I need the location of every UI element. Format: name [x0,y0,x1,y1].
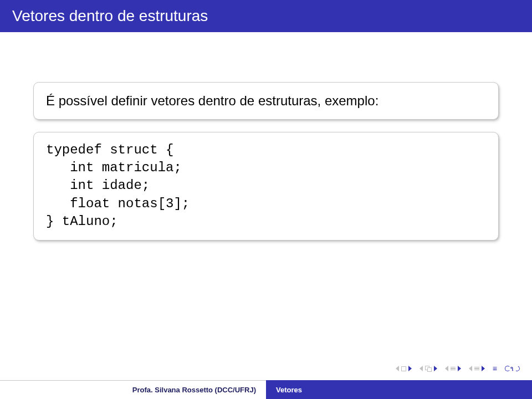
nav-back-forward[interactable]: ૧ [505,365,520,372]
next-slide-icon[interactable] [408,366,412,371]
prev-subsection-icon[interactable] [445,366,448,371]
footer-author-region: Profa. Silvana Rossetto (DCC/UFRJ) [0,380,266,399]
subsection-icon [451,367,456,371]
nav-frame-group[interactable] [420,366,437,372]
beamer-nav-symbols: ≡ ૧ [396,365,520,372]
appendix-icon: ≡ [493,365,497,372]
next-section-icon[interactable] [482,366,485,371]
frame-icon [425,366,432,372]
code-block: typedef struct { int matricula; int idad… [33,132,499,241]
search-icon[interactable]: ૧ [510,365,513,372]
footer: Profa. Silvana Rossetto (DCC/UFRJ) Vetor… [0,380,532,399]
code-line: int idade; [46,177,486,195]
next-subsection-icon[interactable] [458,366,461,371]
footer-author: Profa. Silvana Rossetto (DCC/UFRJ) [132,386,256,394]
slide-title: Vetores dentro de estruturas [12,7,208,25]
intro-text: É possível definir vetores dentro de est… [46,91,486,110]
footer-short-title: Vetores [276,386,302,394]
slide-content: É possível definir vetores dentro de est… [0,32,532,377]
prev-slide-icon[interactable] [396,366,399,371]
title-bar: Vetores dentro de estruturas [0,0,532,32]
code-line: } tAluno; [46,213,486,231]
intro-block: É possível definir vetores dentro de est… [33,82,499,120]
code-line: float notas[3]; [46,195,486,213]
code-line: int matricula; [46,159,486,177]
nav-slide-group[interactable] [396,366,412,371]
prev-frame-icon[interactable] [420,366,423,371]
code-line: typedef struct { [46,141,486,159]
footer-title-region: Vetores [266,380,532,399]
nav-section-group[interactable] [469,366,485,371]
next-frame-icon[interactable] [434,366,437,371]
prev-section-icon[interactable] [469,366,472,371]
section-icon [474,367,479,371]
forward-icon[interactable] [514,365,521,372]
slide-icon [401,366,406,371]
back-icon[interactable] [505,366,510,371]
nav-subsection-group[interactable] [445,366,461,371]
